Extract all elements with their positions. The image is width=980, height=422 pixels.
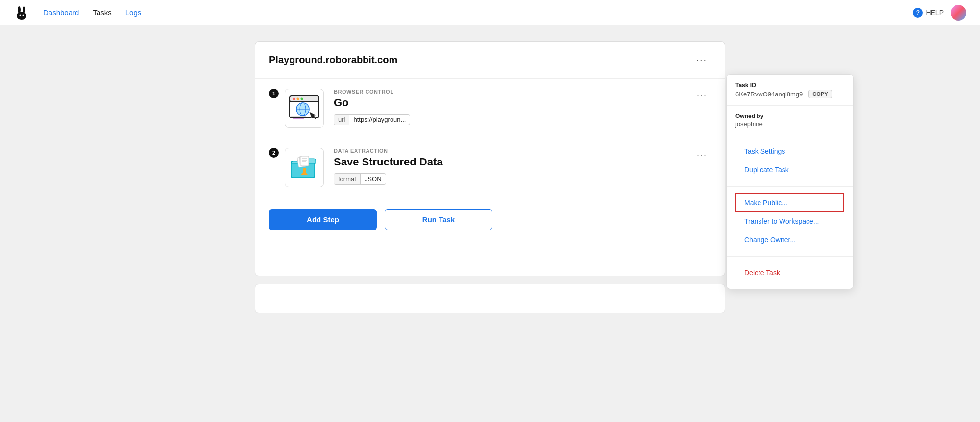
nav-links: Dashboard Tasks Logs [43,8,141,17]
step-icon-save [285,148,324,187]
step-params-2: format JSON [334,173,685,185]
svg-point-7 [293,98,295,100]
step-details-1: BROWSER CONTROL Go url https://playgroun… [332,89,685,125]
second-card [255,284,725,313]
card-footer: Add Step Run Task [255,197,725,242]
nav-logs[interactable]: Logs [125,8,142,17]
step-2-more-button[interactable]: ··· [693,148,711,162]
step-name-1: Go [334,96,685,109]
svg-rect-13 [291,116,306,117]
step-category-2: DATA EXTRACTION [334,148,685,154]
copy-button[interactable]: COPY [808,90,832,98]
step-name-2: Save Structured Data [334,156,685,168]
owned-by-label: Owned by [735,113,844,119]
svg-point-2 [23,6,25,13]
nav-dashboard[interactable]: Dashboard [43,8,79,17]
navbar: Dashboard Tasks Logs ? HELP [0,0,980,25]
task-more-button[interactable]: ··· [692,52,711,68]
dropdown-public-section: Make Public... Transfer to Workspace... … [727,187,853,257]
task-id-value-row: 6Ke7RvwO94anql8mg9 COPY [735,90,844,98]
param-url: url https://playgroun... [334,114,410,125]
param-key-format: format [334,174,361,184]
svg-rect-18 [301,156,309,166]
param-val-format: JSON [361,174,386,184]
help-icon: ? [913,8,923,18]
task-card-header: Playground.roborabbit.com ··· [255,42,725,79]
help-label: HELP [926,9,944,17]
step-category-1: BROWSER CONTROL [334,89,685,94]
run-task-button[interactable]: Run Task [385,209,492,230]
delete-task-action[interactable]: Delete Task [735,263,844,282]
task-settings-action[interactable]: Task Settings [735,142,844,161]
help-button[interactable]: ? HELP [913,8,944,18]
step-number-2: 2 [269,148,279,158]
transfer-workspace-action[interactable]: Transfer to Workspace... [735,212,844,231]
task-card: Playground.roborabbit.com ··· 1 [255,41,725,276]
navbar-right: ? HELP [913,5,966,21]
step-item-2: 2 [255,138,725,197]
avatar[interactable] [951,5,966,21]
dropdown-delete-section: Delete Task [727,257,853,289]
owned-by-value: josephine [735,120,844,128]
svg-point-8 [297,98,299,100]
steps-list: 1 [255,79,725,197]
step-details-2: DATA EXTRACTION Save Structured Data for… [332,148,685,185]
step-icon-go [285,89,324,128]
dropdown-menu: Task ID 6Ke7RvwO94anql8mg9 COPY Owned by… [726,74,854,289]
task-id-value: 6Ke7RvwO94anql8mg9 [735,91,803,98]
svg-point-4 [23,14,24,16]
dropdown-task-id-section: Task ID 6Ke7RvwO94anql8mg9 COPY [727,75,853,106]
svg-point-9 [301,98,303,100]
svg-point-3 [20,14,21,16]
change-owner-action[interactable]: Change Owner... [735,231,844,249]
nav-tasks[interactable]: Tasks [93,8,111,17]
dropdown-owned-by-section: Owned by josephine [727,106,853,135]
make-public-action[interactable]: Make Public... [735,193,844,212]
add-step-button[interactable]: Add Step [269,209,377,230]
task-id-label: Task ID [735,82,844,89]
param-val-url: https://playgroun... [349,115,410,125]
svg-point-0 [17,12,26,20]
param-key-url: url [334,115,349,125]
svg-rect-23 [303,168,306,172]
dropdown-actions-section: Task Settings Duplicate Task [727,135,853,187]
duplicate-task-action[interactable]: Duplicate Task [735,161,844,179]
task-title: Playground.roborabbit.com [269,54,397,66]
step-number-1: 1 [269,89,279,98]
main-content: Playground.roborabbit.com ··· 1 [0,25,980,329]
step-item: 1 [255,79,725,138]
step-1-more-button[interactable]: ··· [693,89,711,103]
logo [14,5,29,21]
svg-point-1 [18,6,21,13]
step-params-1: url https://playgroun... [334,114,685,125]
svg-rect-14 [293,118,304,119]
param-format: format JSON [334,173,386,185]
